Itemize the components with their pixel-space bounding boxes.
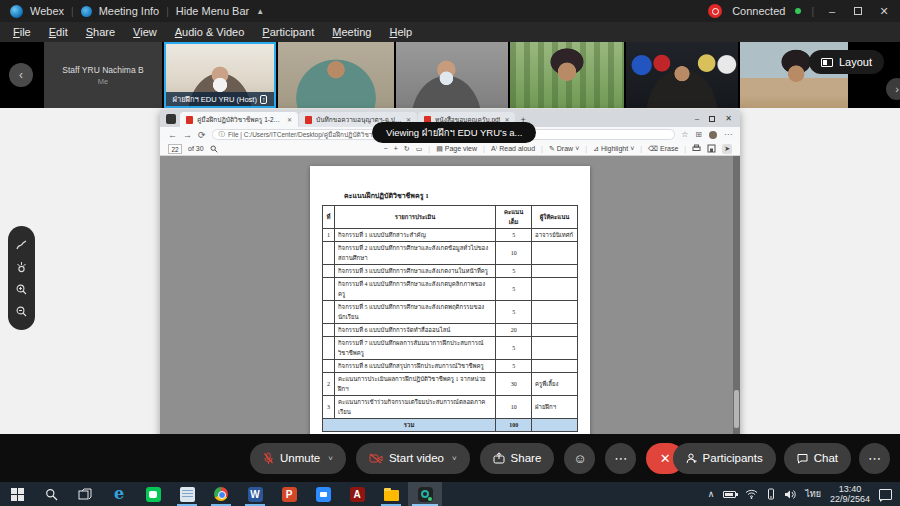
minimize-button[interactable]: – bbox=[824, 5, 840, 17]
browser-tab-1[interactable]: คู่มือฝึกปฏิบัติวิชาชีพครู 1-2564 (ฉ... … bbox=[180, 112, 298, 127]
taskbar-search-button[interactable] bbox=[34, 482, 68, 506]
print-icon[interactable] bbox=[692, 144, 701, 153]
chevron-down-icon[interactable]: ˅ bbox=[328, 454, 333, 463]
cell-score: 10 bbox=[496, 396, 532, 419]
menu-item[interactable]: File bbox=[4, 24, 40, 40]
erase-button[interactable]: ⌫ Erase bbox=[648, 145, 678, 153]
zoom-out-icon[interactable] bbox=[15, 305, 28, 318]
shared-screen: คู่มือฝึกปฏิบัติวิชาชีพครู 1-2564 (ฉ... … bbox=[0, 108, 900, 434]
chevron-up-icon[interactable]: ▲ bbox=[256, 7, 264, 16]
usb-device-icon[interactable] bbox=[767, 488, 775, 500]
menu-item[interactable]: Help bbox=[380, 24, 421, 40]
total-value: 100 bbox=[496, 419, 532, 432]
collections-icon[interactable]: ⊞ bbox=[695, 130, 702, 139]
participant-tile[interactable] bbox=[626, 42, 738, 108]
more-panels-button[interactable]: ⋯ bbox=[859, 443, 890, 474]
speaker-icon[interactable] bbox=[784, 489, 796, 500]
meeting-info-button[interactable]: Meeting Info bbox=[99, 5, 160, 17]
read-aloud-button[interactable]: A⁾ Read aloud bbox=[491, 145, 535, 153]
page-info-icon[interactable]: ⓘ bbox=[219, 130, 226, 139]
annotate-pen-icon[interactable] bbox=[15, 239, 28, 252]
highlight-button[interactable]: ⊿ Highlight ˅ bbox=[593, 145, 634, 153]
taskbar-clock[interactable]: 13:40 22/9/2564 bbox=[830, 484, 870, 504]
fit-page-icon[interactable]: ▭ bbox=[416, 145, 423, 153]
chat-button[interactable]: Chat bbox=[784, 443, 851, 474]
save-icon[interactable] bbox=[707, 144, 716, 153]
close-button[interactable]: ✕ bbox=[876, 5, 892, 18]
participants-button[interactable]: Participants bbox=[673, 443, 776, 474]
maximize-button[interactable] bbox=[850, 5, 866, 17]
browser-more-icon[interactable]: ⋯ bbox=[724, 130, 732, 139]
cell-no bbox=[323, 265, 335, 278]
chevron-down-icon[interactable]: ˅ bbox=[452, 454, 457, 463]
record-indicator-icon[interactable] bbox=[708, 4, 722, 18]
start-button[interactable] bbox=[0, 482, 34, 506]
participant-tile-self[interactable]: Staff YRU Nachima B Me bbox=[44, 42, 162, 108]
notepad-icon bbox=[180, 487, 195, 502]
browser-close-button[interactable]: ✕ bbox=[725, 114, 732, 123]
cell-no: 3 bbox=[323, 396, 335, 419]
browser-minimize-button[interactable]: – bbox=[695, 114, 699, 123]
participant-tile[interactable] bbox=[510, 42, 624, 108]
page-view-button[interactable]: ▤ Page view bbox=[436, 145, 477, 153]
table-row: 1 กิจกรรมที่ 1 แบบบันทึกสาระสำคัญ 5 อาจา… bbox=[323, 229, 578, 242]
menu-item[interactable]: View bbox=[124, 24, 166, 40]
tab-close-icon[interactable]: ✕ bbox=[287, 116, 292, 123]
menu-item[interactable]: Meeting bbox=[323, 24, 380, 40]
back-icon[interactable]: ← bbox=[168, 130, 177, 140]
layout-button[interactable]: Layout bbox=[809, 50, 884, 74]
share-button[interactable]: Share bbox=[480, 443, 555, 474]
more-options-button[interactable]: ⋯ bbox=[605, 443, 636, 474]
cell-assessor bbox=[532, 337, 578, 360]
search-icon[interactable] bbox=[210, 145, 218, 153]
taskbar-powerpoint[interactable]: P bbox=[272, 482, 306, 506]
start-video-button[interactable]: Start video˅ bbox=[356, 443, 470, 474]
filmstrip-next-button[interactable]: › bbox=[886, 78, 900, 100]
pin-toolbar-icon[interactable]: ➤ bbox=[722, 144, 732, 154]
scores-table: ที่ รายการประเมิน คะแนนเต็ม ผู้ให้คะแนน … bbox=[322, 205, 578, 432]
zoom-in-icon[interactable] bbox=[15, 283, 28, 296]
taskbar-word[interactable]: W bbox=[238, 482, 272, 506]
browser-maximize-button[interactable] bbox=[709, 116, 715, 122]
refresh-icon[interactable]: ⟳ bbox=[198, 130, 206, 140]
battery-icon[interactable] bbox=[723, 491, 736, 498]
taskbar-explorer[interactable] bbox=[374, 482, 408, 506]
hide-menu-bar-button[interactable]: Hide Menu Bar bbox=[176, 5, 249, 17]
laser-pointer-icon[interactable] bbox=[15, 261, 28, 274]
taskbar-line[interactable] bbox=[136, 482, 170, 506]
reactions-button[interactable]: ☺ bbox=[564, 443, 595, 474]
menu-item[interactable]: Edit bbox=[40, 24, 77, 40]
draw-button[interactable]: ✎ Draw ˅ bbox=[549, 145, 579, 153]
language-indicator[interactable]: ไทย bbox=[805, 487, 821, 501]
page-number-input[interactable]: 22 bbox=[168, 144, 182, 154]
taskbar-webex[interactable] bbox=[408, 482, 442, 506]
participant-tile[interactable] bbox=[278, 42, 394, 108]
cell-no: 2 bbox=[323, 373, 335, 396]
forward-icon[interactable]: → bbox=[183, 130, 192, 140]
zoom-in-button[interactable]: + bbox=[394, 145, 398, 152]
participant-filmstrip: ‹ Staff YRU Nachima B Me ฝ่ายฝึกฯ EDU YR… bbox=[0, 42, 900, 108]
zoom-out-button[interactable]: − bbox=[384, 145, 388, 152]
menu-item[interactable]: Audio & Video bbox=[166, 24, 254, 40]
taskbar-zoom[interactable] bbox=[306, 482, 340, 506]
menu-item[interactable]: Participant bbox=[253, 24, 323, 40]
wifi-icon[interactable] bbox=[745, 489, 758, 499]
taskbar-acrobat[interactable]: A bbox=[340, 482, 374, 506]
taskbar-edge[interactable]: e bbox=[102, 482, 136, 506]
favorites-star-icon[interactable]: ☆ bbox=[681, 130, 688, 139]
taskbar-chrome[interactable] bbox=[204, 482, 238, 506]
filmstrip-prev-button[interactable]: ‹ bbox=[0, 42, 42, 108]
tray-expand-icon[interactable]: ∧ bbox=[708, 489, 715, 499]
cell-no bbox=[323, 301, 335, 324]
menu-item[interactable]: Share bbox=[77, 24, 124, 40]
participant-tile[interactable] bbox=[396, 42, 508, 108]
cell-no bbox=[323, 337, 335, 360]
rotate-icon[interactable]: ↻ bbox=[404, 145, 410, 153]
scrollbar-thumb[interactable] bbox=[734, 390, 739, 428]
action-center-icon[interactable] bbox=[879, 489, 892, 500]
taskbar-notepad[interactable] bbox=[170, 482, 204, 506]
unmute-button[interactable]: Unmute˅ bbox=[250, 443, 346, 474]
task-view-button[interactable] bbox=[68, 482, 102, 506]
profile-avatar[interactable] bbox=[709, 131, 717, 139]
participant-tile-host-active[interactable]: ฝ่ายฝึกฯ EDU YRU (Host) ↑ bbox=[164, 42, 276, 108]
